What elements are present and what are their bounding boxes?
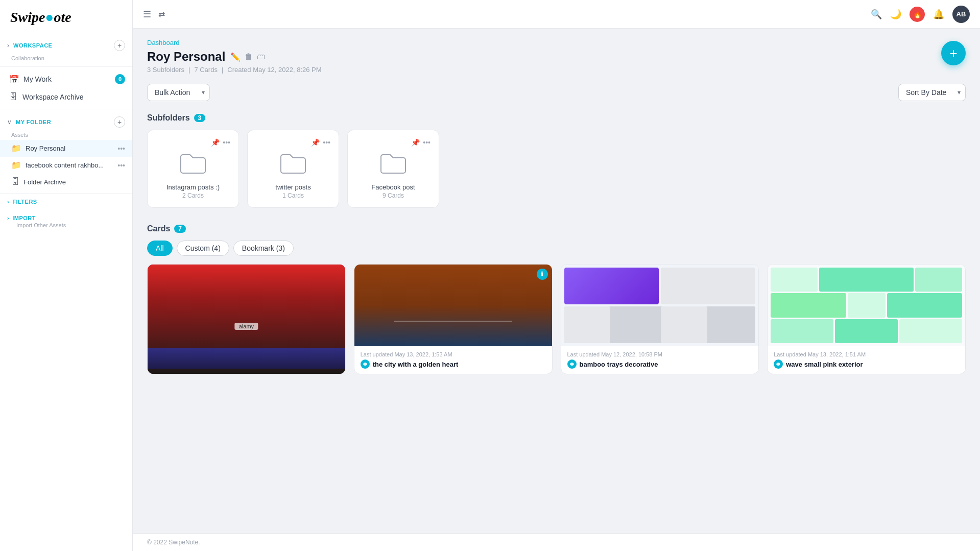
tab-bookmark[interactable]: Bookmark (3) bbox=[233, 241, 294, 256]
workspace-add-button[interactable]: + bbox=[114, 40, 125, 51]
folder-roy-personal-dots-icon[interactable]: ••• bbox=[117, 145, 125, 153]
page-header: Roy Personal ✏️ 🗑 🗃 bbox=[147, 50, 966, 64]
subfolder-2-dots-icon[interactable]: ••• bbox=[323, 138, 330, 147]
cards-grid: alamy Last updated May 18, 2022, 12:31 A… bbox=[147, 264, 966, 374]
workspace-archive-label: Workspace Archive bbox=[22, 93, 125, 101]
breadcrumb[interactable]: Dashboard bbox=[147, 39, 966, 46]
archive-header-icon[interactable]: 🗃 bbox=[257, 52, 265, 61]
folder-facebook-label: facebook content rakhbo... bbox=[26, 161, 113, 169]
toolbar: Bulk Action ▾ Sort By Date ▾ bbox=[147, 84, 966, 101]
subfolder-2-name: twitter posts bbox=[256, 183, 330, 191]
card-3-body: Last updated May 12, 2022, 10:58 PM bamb… bbox=[561, 346, 759, 374]
tab-all[interactable]: All bbox=[147, 241, 173, 256]
sort-wrapper: Sort By Date ▾ bbox=[898, 84, 966, 101]
sidebar: Swipe●ote › WORKSPACE + Collaboration 📅 … bbox=[0, 0, 133, 551]
subfolder-card-3[interactable]: 📌 ••• Facebook post 9 Cards bbox=[347, 130, 439, 208]
card-2-logo bbox=[361, 360, 370, 369]
card-item-3[interactable]: Last updated May 12, 2022, 10:58 PM bamb… bbox=[561, 264, 759, 374]
sidebar-folder-facebook[interactable]: 📁 facebook content rakhbo... ••• bbox=[0, 157, 132, 174]
topbar-left: ☰ ⇄ bbox=[143, 9, 165, 20]
subfolder-1-pin-icon[interactable]: 📌 bbox=[211, 138, 220, 147]
delete-icon[interactable]: 🗑 bbox=[245, 52, 253, 61]
sidebar-folder-roy-personal[interactable]: 📁 Roy Personal ••• bbox=[0, 140, 132, 157]
topbar-right: 🔍 🌙 🔥 🔔 AB bbox=[871, 6, 970, 23]
card-3-title: bamboo trays decorative bbox=[580, 361, 658, 368]
fire-badge[interactable]: 🔥 bbox=[910, 7, 925, 22]
card-item-2[interactable]: ℹ Last updated May 13, 2022, 1:53 AM the… bbox=[354, 264, 553, 374]
meta-sep-2: | bbox=[222, 66, 223, 74]
tab-custom[interactable]: Custom (4) bbox=[177, 241, 229, 256]
sidebar-item-my-work[interactable]: 📅 My Work 0 bbox=[0, 70, 132, 88]
folder-facebook-dots-icon[interactable]: ••• bbox=[117, 161, 125, 170]
my-folder-title: MY FOLDER bbox=[16, 119, 51, 125]
subfolder-3-count: 9 Cards bbox=[356, 192, 431, 199]
cards-badge: 7 bbox=[174, 225, 186, 233]
filters-header[interactable]: › FILTERS bbox=[7, 199, 125, 205]
card-3-logo bbox=[567, 360, 577, 369]
page-title: Roy Personal bbox=[147, 50, 225, 64]
cards-title: Cards bbox=[147, 224, 170, 233]
import-chevron-icon: › bbox=[7, 215, 9, 221]
subfolder-3-dots-icon[interactable]: ••• bbox=[423, 138, 431, 147]
my-work-section: 📅 My Work 0 🗄 Workspace Archive bbox=[0, 67, 132, 109]
subfolder-1-top: 📌 ••• bbox=[156, 138, 230, 147]
subfolders-title: Subfolders bbox=[147, 113, 190, 123]
workspace-title: WORKSPACE bbox=[13, 42, 52, 49]
alamy-label: alamy bbox=[235, 323, 258, 330]
subfolder-2-pin-icon[interactable]: 📌 bbox=[311, 138, 320, 147]
import-header[interactable]: › IMPORT bbox=[7, 215, 125, 221]
card-2-body: Last updated May 13, 2022, 1:53 AM the c… bbox=[354, 346, 552, 374]
folder-icon-1: 📁 bbox=[11, 143, 21, 153]
menu-icon[interactable]: ☰ bbox=[143, 9, 151, 20]
page-meta: 3 Subfolders | 7 Cards | Created May 12,… bbox=[147, 66, 966, 74]
my-folder-subtitle: Assets bbox=[0, 132, 132, 140]
my-folder-add-button[interactable]: + bbox=[114, 116, 125, 128]
fab-add-button[interactable]: + bbox=[941, 41, 966, 65]
subfolder-card-1[interactable]: 📌 ••• Instagram posts :) 2 Cards bbox=[147, 130, 239, 208]
subfolders-header: Subfolders 3 bbox=[147, 113, 966, 123]
created-date: Created May 12, 2022, 8:26 PM bbox=[227, 66, 321, 74]
card-3-image bbox=[561, 265, 759, 346]
bell-icon[interactable]: 🔔 bbox=[933, 9, 944, 20]
user-avatar[interactable]: AB bbox=[952, 6, 970, 23]
cards-tabs: All Custom (4) Bookmark (3) bbox=[147, 241, 966, 256]
card-3-date: Last updated May 12, 2022, 10:58 PM bbox=[567, 351, 753, 357]
search-icon[interactable]: 🔍 bbox=[871, 9, 882, 20]
arch-shape bbox=[394, 297, 512, 322]
workspace-subtitle: Collaboration bbox=[0, 55, 132, 63]
subfolder-3-pin-icon[interactable]: 📌 bbox=[411, 138, 420, 147]
card-4-logo bbox=[774, 360, 783, 369]
main-area: ☰ ⇄ 🔍 🌙 🔥 🔔 AB + Dashboard Roy Personal … bbox=[133, 0, 980, 551]
card-4-body: Last updated May 13, 2022, 1:51 AM wave … bbox=[768, 346, 965, 374]
my-folder-header[interactable]: ∨ MY FOLDER + bbox=[0, 112, 132, 132]
subfolders-badge: 3 bbox=[194, 114, 206, 122]
sidebar-folder-archive[interactable]: 🗄 Folder Archive bbox=[0, 174, 132, 190]
import-section: › IMPORT Import Other Assets bbox=[0, 210, 132, 233]
fire-icon: 🔥 bbox=[913, 10, 922, 18]
edit-icon[interactable]: ✏️ bbox=[230, 52, 241, 62]
card-item-1[interactable]: alamy Last updated May 18, 2022, 12:31 A… bbox=[147, 264, 346, 374]
bulk-action-select[interactable]: Bulk Action bbox=[147, 84, 210, 101]
refresh-icon[interactable]: ⇄ bbox=[158, 9, 165, 19]
sort-select[interactable]: Sort By Date bbox=[898, 84, 966, 101]
workspace-header[interactable]: › WORKSPACE + bbox=[0, 36, 132, 55]
subfolder-card-2[interactable]: 📌 ••• twitter posts 1 Cards bbox=[247, 130, 339, 208]
sidebar-item-workspace-archive[interactable]: 🗄 Workspace Archive bbox=[0, 88, 132, 106]
folder-archive-label: Folder Archive bbox=[23, 178, 125, 186]
subfolder-1-dots-icon[interactable]: ••• bbox=[223, 138, 230, 147]
card-3-title-row: bamboo trays decorative bbox=[567, 360, 753, 369]
subfolder-2-count: 1 Cards bbox=[256, 192, 330, 199]
folder-archive-icon: 🗄 bbox=[11, 177, 19, 186]
subfolder-2-folder-icon bbox=[256, 151, 330, 179]
filters-chevron-icon: › bbox=[7, 199, 9, 205]
my-work-label: My Work bbox=[23, 75, 111, 83]
moon-icon[interactable]: 🌙 bbox=[890, 9, 901, 20]
card-2-date: Last updated May 13, 2022, 1:53 AM bbox=[361, 351, 546, 357]
page-header-actions: ✏️ 🗑 🗃 bbox=[230, 52, 265, 62]
my-folder-section: ∨ MY FOLDER + Assets 📁 Roy Personal ••• … bbox=[0, 109, 132, 194]
workspace-section: › WORKSPACE + Collaboration bbox=[0, 33, 132, 67]
subfolder-3-folder-icon bbox=[356, 151, 431, 179]
my-folder-chevron-icon: ∨ bbox=[7, 118, 12, 126]
card-item-4[interactable]: Last updated May 13, 2022, 1:51 AM wave … bbox=[767, 264, 966, 374]
import-title: IMPORT bbox=[12, 215, 36, 221]
